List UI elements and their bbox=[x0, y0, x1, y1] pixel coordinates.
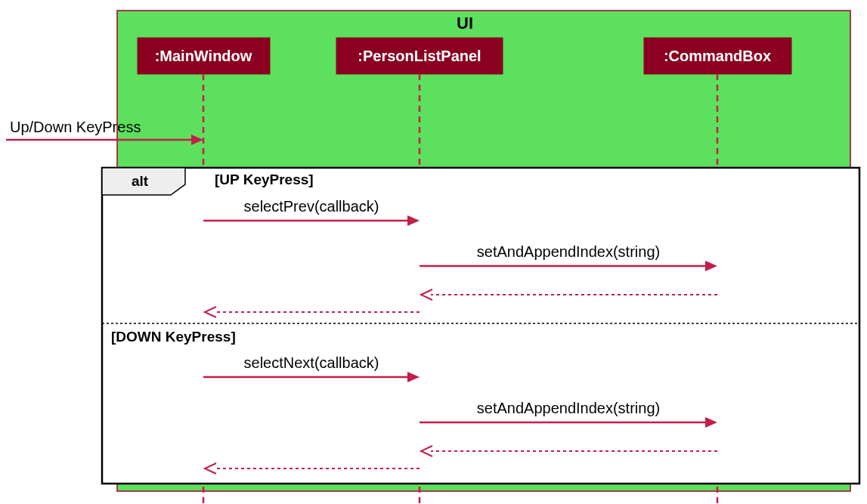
alt-fragment bbox=[102, 168, 859, 484]
lifeline-label-mainwindow: :MainWindow bbox=[155, 48, 252, 64]
msg-selectprev-label: selectPrev(callback) bbox=[244, 198, 379, 215]
found-message-label: Up/Down KeyPress bbox=[10, 119, 141, 135]
sequence-diagram: UI :MainWindow :PersonListPanel :Command… bbox=[0, 0, 867, 504]
msg-selectnext-label: selectNext(callback) bbox=[244, 354, 379, 371]
msg-setappend1-label: setAndAppendIndex(string) bbox=[477, 243, 660, 260]
lifeline-label-commandbox: :CommandBox bbox=[664, 48, 771, 64]
guard-down: [DOWN KeyPress] bbox=[111, 329, 236, 345]
guard-up: [UP KeyPress] bbox=[215, 172, 314, 187]
msg-setappend2-label: setAndAppendIndex(string) bbox=[477, 400, 660, 416]
alt-label-text: alt bbox=[132, 173, 149, 189]
ui-frame-title: UI bbox=[457, 14, 473, 32]
lifeline-label-personlistpanel: :PersonListPanel bbox=[358, 48, 481, 64]
